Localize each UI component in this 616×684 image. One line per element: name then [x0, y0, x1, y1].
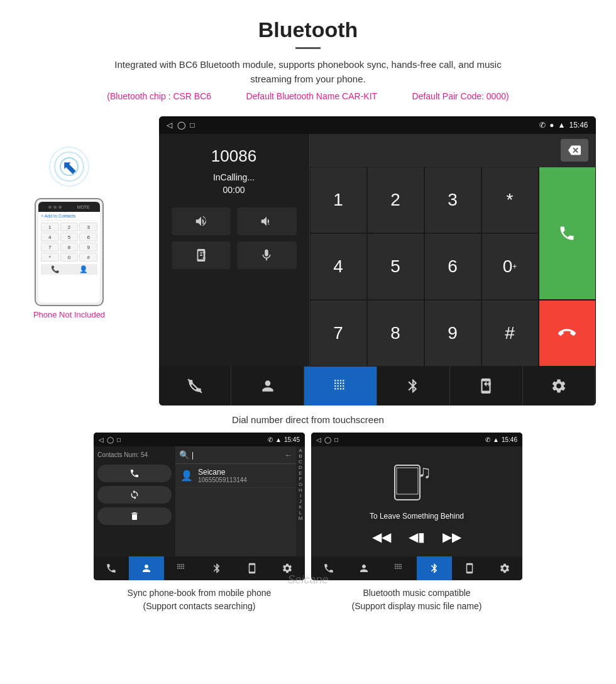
pb-nav-settings[interactable] [270, 556, 305, 580]
call-answer-button[interactable] [539, 167, 596, 300]
music-song-title: To Leave Something Behind [370, 512, 464, 521]
pb-nav-phone[interactable] [94, 556, 129, 580]
page-title: Bluetooth [0, 18, 616, 42]
music-nav-keypad[interactable] [382, 556, 417, 580]
pb-nav-contacts-icon [141, 563, 152, 574]
transfer-icon [194, 248, 208, 262]
bottom-captions-row: Sync phone-book from mobile phone (Suppo… [0, 584, 616, 618]
contacts-label: Contacts Num: 54 [97, 451, 172, 458]
svg-text:♫: ♫ [418, 462, 431, 482]
transfer-call-button[interactable] [172, 241, 231, 269]
music-nav-bt-icon [429, 563, 440, 574]
music-nav-phone[interactable] [311, 556, 346, 580]
key-hash-button[interactable]: # [481, 300, 539, 367]
pb-nav-bluetooth[interactable] [199, 556, 234, 580]
key-2-button[interactable]: 2 [367, 167, 424, 233]
nav-phone-item[interactable] [159, 367, 232, 405]
bluetooth-symbol-icon: ⬉ [62, 156, 77, 178]
volume-down-button[interactable]: - [237, 207, 297, 235]
key-6-button[interactable]: 6 [424, 233, 481, 300]
pb-nav-contacts[interactable] [129, 556, 164, 580]
phone-key-1: 1 [41, 223, 59, 231]
music-nav-keypad-icon [393, 563, 405, 574]
key-4-button[interactable]: 4 [310, 233, 367, 300]
key-7-button[interactable]: 7 [310, 300, 367, 367]
key-0plus-button[interactable]: 0+ [481, 233, 539, 300]
search-icon: 🔍 [179, 450, 189, 460]
pb-delete-button[interactable] [97, 507, 172, 525]
contact-number: 10655059113144 [198, 477, 247, 483]
music-time: 15:46 [502, 436, 517, 443]
music-phone-note-icon: ♫ [392, 459, 442, 503]
music-nav-settings[interactable] [487, 556, 522, 580]
pb-nav-transfer[interactable] [234, 556, 270, 580]
svg-text:-: - [268, 219, 270, 227]
contact-list-item[interactable]: 👤 Seicane 10655059113144 [175, 464, 296, 488]
nav-transfer-item[interactable] [450, 367, 523, 405]
contact-info: Seicane 10655059113144 [198, 468, 247, 483]
nav-back-icon: ◁ [167, 121, 172, 130]
nav-transfer-icon [478, 378, 494, 394]
music-caption-box: Bluetooth music compatible (Support disp… [311, 587, 522, 613]
phonebook-content-area: Contacts Num: 54 [94, 446, 305, 556]
music-nav-contacts-icon [358, 563, 370, 574]
phone-mock-status-bar: MOTE [38, 202, 100, 212]
mute-button[interactable] [237, 241, 297, 269]
phone-mock-screen: MOTE + Add to Contacts 1 2 3 4 5 6 7 8 [38, 202, 100, 302]
phone-key-0: 0 [60, 253, 79, 262]
music-status-left: ◁ ◯ □ [316, 436, 338, 443]
phone-key-hash: # [79, 253, 97, 262]
phone-side-panel: ⬉ MOTE + Add to Contacts [0, 116, 138, 319]
volume-up-button[interactable]: + [172, 207, 231, 235]
pb-home-icon: ◯ [107, 436, 114, 443]
music-recent-icon: □ [334, 436, 338, 443]
music-next-button[interactable]: ▶▶ [443, 529, 461, 544]
contact-name: Seicane [198, 468, 247, 477]
hero-layout: ⬉ MOTE + Add to Contacts [0, 116, 616, 411]
key-1-button[interactable]: 1 [310, 167, 367, 233]
nav-bluetooth-item[interactable] [377, 367, 450, 405]
key-star-button[interactable]: * [481, 167, 539, 233]
pb-status-right: ✆ ▲ 15:45 [268, 436, 300, 443]
backspace-button[interactable] [561, 139, 588, 162]
music-content-area: ♫ To Leave Something Behind ◀◀ ◀▮ ▶▶ [311, 446, 522, 556]
nav-settings-item[interactable] [523, 367, 596, 405]
pb-time: 15:45 [284, 436, 300, 443]
phonebook-caption-line1: Sync phone-book from mobile phone [128, 588, 272, 598]
phone-dot-3 [58, 206, 62, 209]
key-9-button[interactable]: 9 [424, 300, 481, 367]
pb-status-left: ◁ ◯ □ [99, 436, 121, 443]
nav-keypad-item[interactable] [304, 367, 377, 405]
dial-left-panel: 10086 InCalling... 00:00 + [159, 134, 310, 367]
contact-list-empty [175, 488, 296, 556]
pb-trash-icon [129, 511, 140, 521]
music-nav-bluetooth[interactable] [417, 556, 452, 580]
page-header: Bluetooth Integrated with BC6 Bluetooth … [0, 0, 616, 116]
pb-nav-keypad[interactable] [164, 556, 199, 580]
music-bottom-nav [311, 556, 522, 580]
music-nav-transfer[interactable] [452, 556, 487, 580]
nav-contacts-item[interactable] [231, 367, 304, 405]
location-icon: ● [549, 121, 554, 130]
search-cursor[interactable]: | [192, 451, 285, 460]
dial-area: 10086 InCalling... 00:00 + [159, 134, 596, 367]
svg-rect-3 [397, 468, 418, 494]
wifi-icon: ▲ [558, 121, 566, 130]
phone-mock-carrier: MOTE [77, 205, 90, 209]
pb-nav-bt-icon [211, 563, 223, 574]
pb-nav-settings-icon [282, 563, 293, 574]
music-artwork-area: ♫ [392, 459, 442, 505]
music-next-start-button[interactable]: ◀▮ [409, 529, 425, 544]
music-nav-contacts[interactable] [346, 556, 382, 580]
music-back-icon: ◁ [316, 436, 321, 443]
call-end-button[interactable] [539, 300, 596, 367]
pb-call-button[interactable] [97, 465, 172, 482]
music-prev-button[interactable]: ◀◀ [372, 529, 391, 544]
key-8-button[interactable]: 8 [367, 300, 424, 367]
key-5-button[interactable]: 5 [367, 233, 424, 300]
pb-sync-button[interactable] [97, 486, 172, 504]
header-divider [295, 47, 321, 49]
key-3-button[interactable]: 3 [424, 167, 481, 233]
pb-phone-icon [129, 468, 140, 478]
music-screen: ◁ ◯ □ ✆ ▲ 15:46 [311, 433, 522, 580]
